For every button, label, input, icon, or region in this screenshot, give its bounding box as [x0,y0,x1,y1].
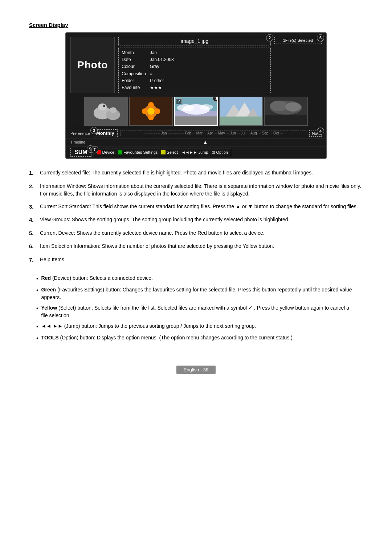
date-label: Date [122,56,147,63]
svg-rect-28 [265,115,307,125]
info-box: Month : Jan Date : Jan.01.2008 Colour : … [118,48,271,93]
svg-point-9 [148,102,154,108]
thumb-flower [129,97,173,126]
bullet-box: • Red (Device) button: Selects a connect… [29,269,363,351]
svg-rect-23 [220,117,262,125]
svg-point-18 [200,104,213,110]
badge-6: 6 [317,34,324,41]
selected-badge: 1File(s) Selected 6 [274,37,322,44]
badge-7: 7 [91,146,98,153]
filename-bar: image_1.jpg 2 [118,37,271,45]
list-item: 3. Current Sort Standard: This field sho… [29,203,363,211]
composition-value: : ≡ [147,70,175,77]
help-icons: 7 Device Favourites Settings Select ◄◄►►… [94,149,231,156]
list-item: 2. Information Window: Shows information… [29,182,363,198]
bullet-text-tools: TOOLS (Option) button: Displays the opti… [41,334,293,342]
timeline-arrow: ▲ [203,139,208,145]
bullet-text-jump: ◄◄ ►► (Jump) button: Jumps to the previo… [41,322,256,330]
svg-point-17 [177,104,195,111]
list-content-7: Help Items [40,256,363,263]
svg-point-8 [147,108,155,115]
bullet-item-jump: • ◄◄ ►► (Jump) button: Jumps to the prev… [36,322,356,331]
bullet-item-yellow: • Yellow (Select) button: Selects file f… [36,304,356,319]
thumb-sky-selected: ✓ 1 [174,97,218,126]
favourite-value: : ★★★ [147,84,175,91]
numbered-list: 1. Currently selected file: The currentl… [29,169,363,264]
badge-4: 4 [317,128,324,135]
list-content-2: Information Window: Shows information ab… [40,182,363,198]
page-number-badge: English - 38 [176,366,216,374]
section-title: Screen Display [29,22,363,28]
selected-badge-text: 1File(s) Selected [283,38,313,43]
svg-point-27 [285,102,301,112]
filename-text: image_1.jpg [181,38,208,44]
svg-point-11 [142,108,148,114]
list-content-3: Current Sort Standard: This field shows … [40,203,363,210]
thumb-sheep [84,97,128,126]
list-item: 5. Current Device: Shows the currently s… [29,229,363,238]
bullet-item-red: • Red (Device) button: Selects a connect… [36,274,356,283]
list-item: 4. View Groups: Shows the sorting groups… [29,216,363,224]
bullet-text-yellow: Yellow (Select) button: Selects file fro… [41,304,356,319]
sort-groups: ················ Jan ················ Fe… [121,130,307,136]
svg-point-26 [270,101,288,111]
list-number-5: 5. [29,229,40,238]
composition-label: Composition [122,70,147,77]
svg-point-3 [103,105,105,107]
list-content-5: Current Device: Shows the currently sele… [40,229,363,237]
sum-block: SUM 5 [70,148,91,157]
colour-label: Colour [122,63,147,70]
colour-value: : Gray [147,63,175,70]
month-label: Month [122,49,147,56]
favourite-label: Favourite [122,84,147,91]
svg-point-2 [98,104,107,111]
sort-right: Nov 4 [309,130,322,137]
list-number-4: 4. [29,216,40,224]
list-item: 7. Help Items [29,256,363,264]
list-number-3: 3. [29,203,40,211]
list-number-2: 2. [29,182,40,191]
sort-current: 3 Monthly [93,129,118,137]
list-content-1: Currently selected file: The currently s… [40,169,363,177]
sort-current-text: Monthly [96,130,114,136]
month-value: : Jan [147,49,175,56]
bullet-text-green: Green (Favourites Settings) button: Chan… [41,286,356,301]
sort-label: Preference [70,131,90,136]
thumb-mountain [219,97,263,126]
bullet-text-red: Red (Device) button: Selects a connected… [41,274,153,282]
list-item: 6. Item Selection Information: Shows the… [29,242,363,251]
timeline-label: Timeline [70,140,85,144]
date-value: : Jan.01.2008 [147,56,175,63]
photo-logo: Photo [70,37,115,93]
list-item: 1. Currently selected file: The currentl… [29,169,363,177]
folder-label: Folder [122,77,147,84]
svg-point-12 [155,108,160,114]
photo-ui: Photo image_1.jpg 2 Month : Jan Date : J… [65,32,327,159]
list-number-1: 1. [29,169,40,177]
list-number-6: 6. [29,242,40,251]
badge-2: 2 [266,34,273,41]
bullet-item-tools: • TOOLS (Option) button: Displays the op… [36,334,356,343]
sum-text: SUM [74,149,87,155]
page-number-bar: English - 38 [29,366,363,374]
folder-value: : P-other [147,77,175,84]
list-content-4: View Groups: Shows the sorting groups. T… [40,216,363,223]
list-number-7: 7. [29,256,40,264]
svg-point-10 [148,115,154,121]
thumb-clouds [264,97,308,126]
list-content-6: Item Selection Information: Shows the nu… [40,242,363,250]
badge-3: 3 [90,127,98,134]
bullet-item-green: • Green (Favourites Settings) button: Ch… [36,286,356,301]
svg-point-5 [110,107,117,113]
